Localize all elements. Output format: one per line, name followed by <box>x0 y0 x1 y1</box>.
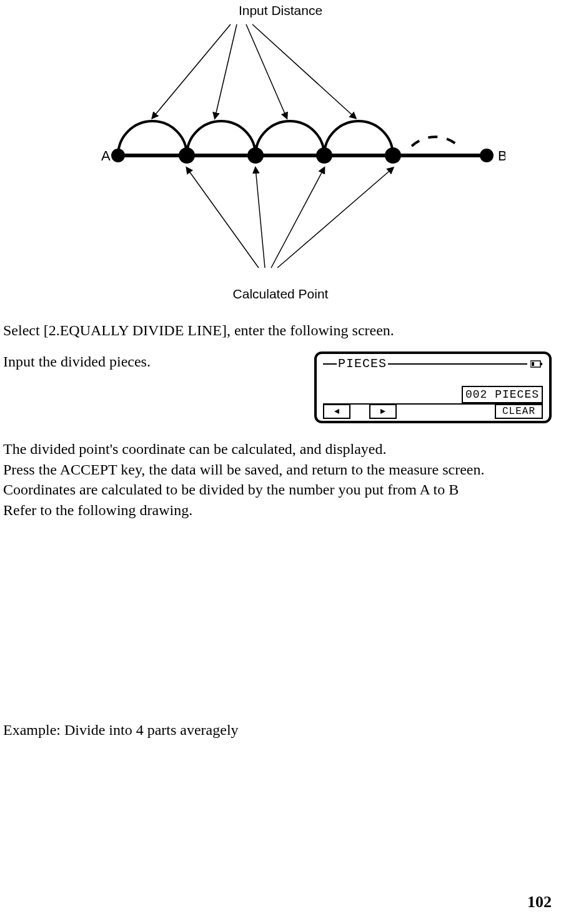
screen-title: PIECES <box>337 355 388 372</box>
svg-line-14 <box>277 168 393 268</box>
instruction-select: Select [2.EQUALLY DIVIDE LINE], enter th… <box>3 320 555 340</box>
point-a-label: A <box>101 148 111 164</box>
paragraph-3: Coordinates are calculated to be divided… <box>3 479 555 499</box>
line-divide-diagram: A B <box>56 21 505 283</box>
svg-rect-17 <box>532 362 534 366</box>
paragraph-2: Press the ACCEPT key, the data will be s… <box>3 460 555 479</box>
instruction-input: Input the divided pieces. <box>3 351 295 371</box>
svg-line-1 <box>215 24 237 118</box>
pieces-value: 002 PIECES <box>462 386 543 403</box>
example-heading: Example: Divide into 4 parts averagely <box>3 720 555 740</box>
paragraph-1: The divided point's coordinate can be ca… <box>3 439 555 459</box>
svg-line-12 <box>256 168 265 268</box>
body-text: Select [2.EQUALLY DIVIDE LINE], enter th… <box>3 320 555 740</box>
diagram-label-top: Input Distance <box>0 3 561 18</box>
point-b-label: B <box>498 148 505 164</box>
svg-line-0 <box>152 24 231 118</box>
battery-icon <box>530 360 543 368</box>
svg-point-10 <box>480 149 494 162</box>
svg-line-3 <box>252 24 355 118</box>
pieces-screen: PIECES 002 PIECES CLEAR <box>314 351 552 423</box>
svg-point-8 <box>316 147 332 164</box>
paragraph-4: Refer to the following drawing. <box>3 500 555 520</box>
prev-button[interactable] <box>323 404 350 419</box>
svg-rect-16 <box>540 363 542 365</box>
arrow-left-icon <box>333 408 340 415</box>
svg-line-11 <box>187 168 259 268</box>
svg-point-7 <box>247 147 264 164</box>
diagram-container: Input Distance A B <box>0 0 561 302</box>
svg-point-5 <box>111 149 125 162</box>
svg-line-2 <box>246 24 287 118</box>
next-button[interactable] <box>369 404 397 419</box>
clear-button[interactable]: CLEAR <box>495 404 543 419</box>
diagram-label-bottom: Calculated Point <box>0 287 561 302</box>
svg-point-6 <box>179 147 195 164</box>
svg-line-13 <box>271 168 324 268</box>
page-number: 102 <box>527 893 552 912</box>
arrow-right-icon <box>379 408 387 415</box>
svg-point-9 <box>385 147 401 164</box>
